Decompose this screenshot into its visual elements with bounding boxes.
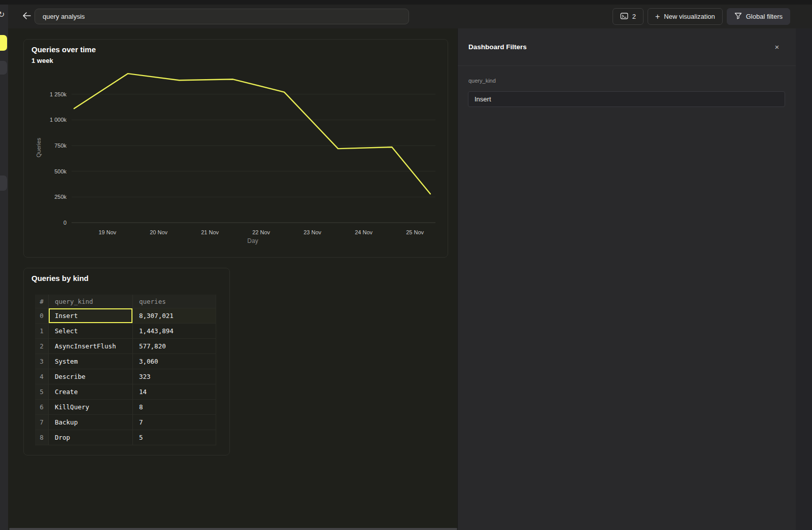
dashboard-filters-panel: Dashboard Filters × query_kind Insert <box>457 28 812 530</box>
cell-query-kind[interactable]: Insert <box>48 308 132 324</box>
query-kind-filter-input[interactable]: Insert <box>468 91 785 107</box>
row-index: 5 <box>35 384 48 400</box>
sql-console-button[interactable]: 2 <box>613 8 644 25</box>
new-visualization-button[interactable]: + New visualization <box>648 8 723 25</box>
left-rail: ↻ <box>0 5 8 530</box>
chart-line-queries <box>74 74 430 194</box>
query-kind-filter-value: Insert <box>475 95 491 103</box>
rail-item-active[interactable] <box>0 35 7 51</box>
plus-icon: + <box>655 13 660 21</box>
table-card: Queries by kind #query_kindqueries 0Inse… <box>23 268 230 455</box>
cell-queries[interactable]: 577,820 <box>132 339 216 354</box>
x-tick-label: 25 Nov <box>406 229 424 235</box>
close-icon[interactable]: × <box>771 42 783 53</box>
y-tick-label: 0 <box>63 220 66 226</box>
row-index: 6 <box>35 400 48 415</box>
x-tick-label: 23 Nov <box>303 229 321 235</box>
table-row: 5Create14 <box>35 384 216 400</box>
queries-over-time-chart[interactable]: 0250k500k750k1 000k1 250k19 Nov20 Nov21 … <box>24 40 449 258</box>
column-header-index[interactable]: # <box>35 295 48 308</box>
row-index: 4 <box>35 369 48 384</box>
row-index: 0 <box>35 308 48 324</box>
query-kind-filter-label: query_kind <box>468 78 496 84</box>
y-tick-label: 750k <box>54 143 66 149</box>
x-tick-label: 24 Nov <box>355 229 373 235</box>
row-index: 1 <box>35 324 48 339</box>
table-row: 1Select1,443,894 <box>35 324 216 339</box>
cell-queries[interactable]: 14 <box>132 384 216 400</box>
cell-queries[interactable]: 323 <box>132 369 216 384</box>
table-row: 4Describe323 <box>35 369 216 384</box>
x-tick-label: 20 Nov <box>150 229 167 235</box>
y-axis-title: Queries <box>36 137 42 157</box>
cell-query-kind[interactable]: Describe <box>48 369 132 384</box>
funnel-icon <box>734 12 742 21</box>
arrow-left-icon <box>22 12 31 21</box>
y-tick-label: 250k <box>54 194 66 200</box>
filters-panel-title: Dashboard Filters <box>468 43 527 51</box>
console-count: 2 <box>632 13 636 20</box>
y-tick-label: 1 000k <box>50 117 67 123</box>
cell-queries[interactable]: 7 <box>132 415 216 430</box>
window-top-strip <box>0 0 812 5</box>
table-row: 3System3,060 <box>35 354 216 369</box>
table-row: 6KillQuery8 <box>35 400 216 415</box>
row-index: 2 <box>35 339 48 354</box>
cell-query-kind[interactable]: Create <box>48 384 132 400</box>
chart-title: Queries over time <box>31 45 96 54</box>
row-index: 3 <box>35 354 48 369</box>
column-header-queries[interactable]: queries <box>132 295 216 308</box>
topbar: 2 + New visualization Global filters <box>8 5 812 28</box>
chart-card: 0250k500k750k1 000k1 250k19 Nov20 Nov21 … <box>23 39 448 258</box>
rail-item[interactable] <box>0 61 7 75</box>
cell-queries[interactable]: 8 <box>132 400 216 415</box>
x-tick-label: 19 Nov <box>98 229 116 235</box>
table-wrap: #query_kindqueries 0Insert8,307,0211Sele… <box>35 295 216 445</box>
dashboard-title-input[interactable] <box>35 9 409 24</box>
x-tick-label: 22 Nov <box>252 229 270 235</box>
row-index: 7 <box>35 415 48 430</box>
table-row: 7Backup7 <box>35 415 216 430</box>
table-row: 8Drop5 <box>35 430 216 445</box>
filters-panel-header: Dashboard Filters × <box>458 28 812 66</box>
table-header-row: #query_kindqueries <box>35 295 216 308</box>
rail-item[interactable] <box>0 175 7 191</box>
global-filters-button[interactable]: Global filters <box>727 8 790 25</box>
cell-queries[interactable]: 5 <box>132 430 216 445</box>
table-title: Queries by kind <box>31 274 89 282</box>
cell-queries[interactable]: 8,307,021 <box>132 308 216 324</box>
topbar-actions: 2 + New visualization Global filters <box>613 8 790 25</box>
cell-query-kind[interactable]: AsyncInsertFlush <box>48 339 132 354</box>
cell-query-kind[interactable]: Drop <box>48 430 132 445</box>
row-index: 8 <box>35 430 48 445</box>
cell-query-kind[interactable]: KillQuery <box>48 400 132 415</box>
console-icon <box>620 12 628 21</box>
queries-by-kind-table: #query_kindqueries 0Insert8,307,0211Sele… <box>35 295 216 445</box>
refresh-icon[interactable]: ↻ <box>0 10 5 19</box>
y-tick-label: 1 250k <box>50 91 67 97</box>
right-scroll-gutter <box>796 28 812 530</box>
x-tick-label: 21 Nov <box>201 229 219 235</box>
dashboard-canvas: 0250k500k750k1 000k1 250k19 Nov20 Nov21 … <box>8 28 457 530</box>
cell-queries[interactable]: 3,060 <box>132 354 216 369</box>
cell-query-kind[interactable]: Backup <box>48 415 132 430</box>
back-button[interactable] <box>20 11 32 23</box>
cell-query-kind[interactable]: Select <box>48 324 132 339</box>
table-row: 0Insert8,307,021 <box>35 308 216 324</box>
chart-subtitle: 1 week <box>31 57 53 64</box>
cell-query-kind[interactable]: System <box>48 354 132 369</box>
y-tick-label: 500k <box>54 168 66 174</box>
x-axis-title: Day <box>247 237 258 244</box>
cell-queries[interactable]: 1,443,894 <box>132 324 216 339</box>
column-header-query_kind[interactable]: query_kind <box>48 295 132 308</box>
horizontal-scrollbar[interactable] <box>9 528 457 530</box>
table-row: 2AsyncInsertFlush577,820 <box>35 339 216 354</box>
